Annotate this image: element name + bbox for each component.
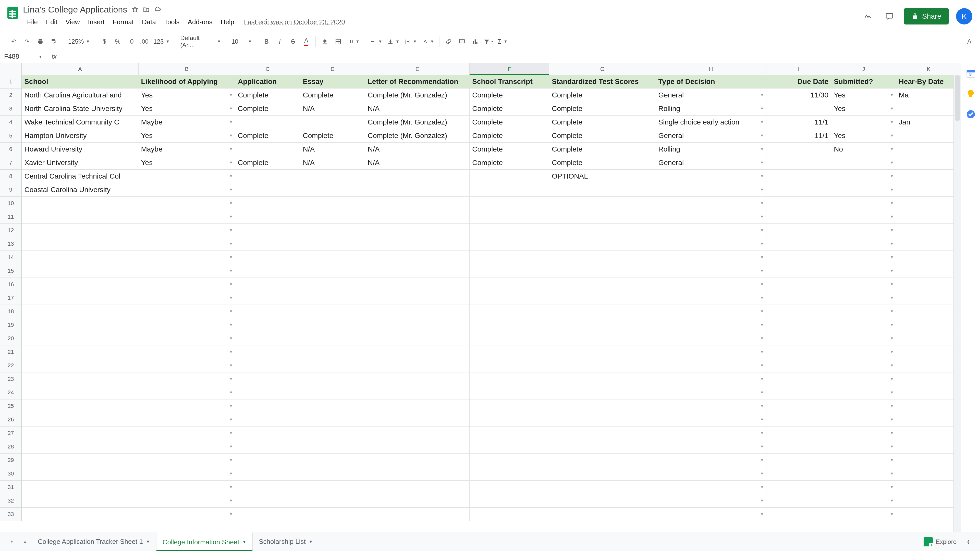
keep-addon-icon[interactable] <box>966 89 976 99</box>
menu-edit[interactable]: Edit <box>42 17 62 27</box>
cell-H2[interactable]: General▼ <box>656 89 767 102</box>
cell-J12[interactable]: ▼ <box>831 224 896 237</box>
cell-C29[interactable] <box>235 454 300 467</box>
cell-C28[interactable] <box>235 440 300 454</box>
cell-C32[interactable] <box>235 494 300 508</box>
cell-E2[interactable]: Complete (Mr. Gonzalez) <box>365 89 469 102</box>
cell-J15[interactable]: ▼ <box>831 264 896 278</box>
cell-E6[interactable]: N/A <box>365 143 469 156</box>
cell-C19[interactable] <box>235 318 300 332</box>
cell-C16[interactable] <box>235 278 300 291</box>
cell-A33[interactable] <box>22 508 138 521</box>
cell-G22[interactable] <box>549 359 655 372</box>
cell-C18[interactable] <box>235 305 300 318</box>
cell-K33[interactable] <box>896 508 961 521</box>
cell-B11[interactable]: ▼ <box>138 210 235 224</box>
dropdown-arrow-icon[interactable]: ▼ <box>760 445 764 449</box>
cell-E30[interactable] <box>365 467 469 481</box>
dropdown-arrow-icon[interactable]: ▼ <box>890 93 894 97</box>
cell-E3[interactable]: N/A <box>365 102 469 116</box>
cell-I25[interactable] <box>767 400 831 413</box>
cell-D8[interactable] <box>300 170 365 183</box>
horizontal-align-select[interactable]: ▼ <box>368 35 385 48</box>
cell-B30[interactable]: ▼ <box>138 467 235 481</box>
insert-link-icon[interactable] <box>442 35 455 48</box>
cell-A22[interactable] <box>22 359 138 372</box>
cell-J33[interactable]: ▼ <box>831 508 896 521</box>
cell-C33[interactable] <box>235 508 300 521</box>
col-header-I[interactable]: I <box>767 63 831 75</box>
strikethrough-icon[interactable]: S <box>287 35 299 48</box>
cell-B26[interactable]: ▼ <box>138 413 235 427</box>
dropdown-arrow-icon[interactable]: ▼ <box>229 241 233 246</box>
document-title[interactable]: Lina's College Applications <box>23 5 127 14</box>
cell-K13[interactable] <box>896 237 961 251</box>
cell-F4[interactable]: Complete <box>469 116 549 129</box>
spreadsheet-grid[interactable]: A B C D E F G H I J K 1SchoolLikelihood … <box>0 63 961 532</box>
all-sheets-icon[interactable]: ≡ <box>18 535 32 548</box>
cell-C21[interactable] <box>235 345 300 359</box>
dropdown-arrow-icon[interactable]: ▼ <box>890 174 894 179</box>
cell-E22[interactable] <box>365 359 469 372</box>
cell-G32[interactable] <box>549 494 655 508</box>
cell-H23[interactable]: ▼ <box>656 372 767 386</box>
dropdown-arrow-icon[interactable]: ▼ <box>229 417 233 422</box>
cell-G30[interactable] <box>549 467 655 481</box>
dropdown-arrow-icon[interactable]: ▼ <box>229 512 233 516</box>
cell-E12[interactable] <box>365 224 469 237</box>
dropdown-arrow-icon[interactable]: ▼ <box>229 93 233 97</box>
cell-D12[interactable] <box>300 224 365 237</box>
dropdown-arrow-icon[interactable]: ▼ <box>760 404 764 408</box>
dropdown-arrow-icon[interactable]: ▼ <box>229 445 233 449</box>
cell-D4[interactable] <box>300 116 365 129</box>
cell-A25[interactable] <box>22 400 138 413</box>
cell-H11[interactable]: ▼ <box>656 210 767 224</box>
name-box[interactable]: F488▼ <box>0 50 46 63</box>
dropdown-arrow-icon[interactable]: ▼ <box>760 160 764 165</box>
cell-B15[interactable]: ▼ <box>138 264 235 278</box>
dropdown-arrow-icon[interactable]: ▼ <box>890 390 894 395</box>
cell-C15[interactable] <box>235 264 300 278</box>
menu-file[interactable]: File <box>23 17 42 27</box>
dropdown-arrow-icon[interactable]: ▼ <box>760 106 764 111</box>
cell-G3[interactable]: Complete <box>549 102 655 116</box>
cell-B25[interactable]: ▼ <box>138 400 235 413</box>
cell-C17[interactable] <box>235 291 300 305</box>
cell-E1[interactable]: Letter of Recommendation <box>365 75 469 89</box>
cell-J29[interactable]: ▼ <box>831 454 896 467</box>
cell-A1[interactable]: School <box>22 75 138 89</box>
cell-I5[interactable]: 11/1 <box>767 129 831 143</box>
cell-D13[interactable] <box>300 237 365 251</box>
dropdown-arrow-icon[interactable]: ▼ <box>890 147 894 151</box>
cell-I9[interactable] <box>767 183 831 197</box>
cell-B8[interactable]: ▼ <box>138 170 235 183</box>
cell-J11[interactable]: ▼ <box>831 210 896 224</box>
row-header[interactable]: 28 <box>0 440 22 454</box>
cell-A21[interactable] <box>22 345 138 359</box>
paint-format-icon[interactable] <box>48 35 60 48</box>
merge-cells-select[interactable]: ▼ <box>345 35 362 48</box>
cell-K21[interactable] <box>896 345 961 359</box>
cell-C23[interactable] <box>235 372 300 386</box>
cell-F11[interactable] <box>469 210 549 224</box>
cell-K11[interactable] <box>896 210 961 224</box>
cell-J30[interactable]: ▼ <box>831 467 896 481</box>
cell-I27[interactable] <box>767 427 831 440</box>
cell-F14[interactable] <box>469 251 549 264</box>
cell-E31[interactable] <box>365 481 469 494</box>
cell-B2[interactable]: Yes▼ <box>138 89 235 102</box>
row-header[interactable]: 18 <box>0 305 22 318</box>
cell-B29[interactable]: ▼ <box>138 454 235 467</box>
dropdown-arrow-icon[interactable]: ▼ <box>229 404 233 408</box>
cell-D32[interactable] <box>300 494 365 508</box>
cell-D25[interactable] <box>300 400 365 413</box>
cell-I6[interactable] <box>767 143 831 156</box>
cell-A24[interactable] <box>22 386 138 400</box>
cell-D5[interactable]: Complete <box>300 129 365 143</box>
cell-A26[interactable] <box>22 413 138 427</box>
cell-D16[interactable] <box>300 278 365 291</box>
cell-F24[interactable] <box>469 386 549 400</box>
dropdown-arrow-icon[interactable]: ▼ <box>229 390 233 395</box>
cell-B5[interactable]: Yes▼ <box>138 129 235 143</box>
row-header[interactable]: 9 <box>0 183 22 197</box>
